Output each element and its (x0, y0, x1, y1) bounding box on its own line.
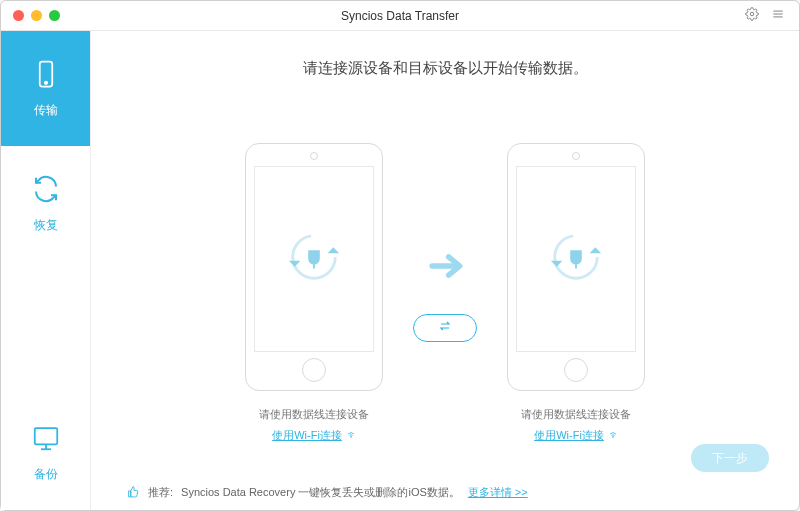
connect-spinner-icon (285, 228, 343, 290)
wifi-link-label: 使用Wi-Fi连接 (534, 428, 604, 443)
transfer-direction (413, 244, 477, 342)
sidebar-item-transfer[interactable]: 传输 (1, 31, 90, 146)
sidebar-item-restore[interactable]: 恢复 (1, 146, 90, 261)
titlebar: Syncios Data Transfer (1, 1, 799, 31)
close-window-button[interactable] (13, 10, 24, 21)
svg-marker-15 (551, 260, 563, 266)
thumbs-up-icon (127, 485, 140, 500)
sync-icon (31, 174, 61, 207)
target-device: 请使用数据线连接设备 使用Wi-Fi连接 (507, 143, 645, 443)
headline: 请连接源设备和目标设备以开始传输数据。 (127, 59, 763, 78)
target-hint: 请使用数据线连接设备 (521, 407, 631, 422)
sidebar-item-label: 备份 (34, 466, 58, 483)
recommend-prefix: 推荐: (148, 485, 173, 500)
arrow-right-icon (423, 244, 467, 292)
phone-icon (31, 59, 61, 92)
target-wifi-link[interactable]: 使用Wi-Fi连接 (534, 428, 618, 443)
svg-point-16 (612, 437, 613, 438)
minimize-window-button[interactable] (31, 10, 42, 21)
sidebar: 传输 恢复 备份 (1, 31, 91, 510)
more-details-link[interactable]: 更多详情 >> (468, 485, 528, 500)
window-title: Syncios Data Transfer (1, 9, 799, 23)
traffic-lights (1, 10, 60, 21)
target-phone-frame (507, 143, 645, 391)
next-button-label: 下一步 (712, 450, 748, 467)
app-body: 传输 恢复 备份 (1, 31, 799, 510)
target-phone-screen (516, 166, 636, 352)
swap-button[interactable] (413, 314, 477, 342)
wifi-icon (608, 429, 618, 441)
connect-spinner-icon (547, 228, 605, 290)
source-hint: 请使用数据线连接设备 (259, 407, 369, 422)
source-phone-screen (254, 166, 374, 352)
gear-icon[interactable] (745, 7, 759, 25)
source-wifi-link[interactable]: 使用Wi-Fi连接 (272, 428, 356, 443)
app-window: Syncios Data Transfer (0, 0, 800, 511)
device-row: 请使用数据线连接设备 使用Wi-Fi连接 (127, 106, 763, 479)
next-button[interactable]: 下一步 (691, 444, 769, 472)
menu-icon[interactable] (771, 7, 785, 25)
source-phone-frame (245, 143, 383, 391)
svg-point-5 (44, 81, 47, 84)
monitor-icon (31, 423, 61, 456)
svg-marker-14 (590, 247, 602, 253)
recommend-text: Syncios Data Recovery 一键恢复丢失或删除的iOS数据。 (181, 485, 460, 500)
svg-rect-6 (34, 428, 57, 444)
wifi-link-label: 使用Wi-Fi连接 (272, 428, 342, 443)
sidebar-item-backup[interactable]: 备份 (1, 395, 90, 510)
svg-point-0 (750, 12, 754, 16)
swap-icon (437, 318, 453, 338)
svg-marker-10 (328, 247, 340, 253)
sidebar-item-label: 传输 (34, 102, 58, 119)
svg-marker-11 (289, 260, 301, 266)
svg-point-12 (350, 437, 351, 438)
main-panel: 请连接源设备和目标设备以开始传输数据。 (91, 31, 799, 510)
maximize-window-button[interactable] (49, 10, 60, 21)
sidebar-item-label: 恢复 (34, 217, 58, 234)
source-device: 请使用数据线连接设备 使用Wi-Fi连接 (245, 143, 383, 443)
wifi-icon (346, 429, 356, 441)
footer: 推荐: Syncios Data Recovery 一键恢复丢失或删除的iOS数… (127, 479, 763, 500)
